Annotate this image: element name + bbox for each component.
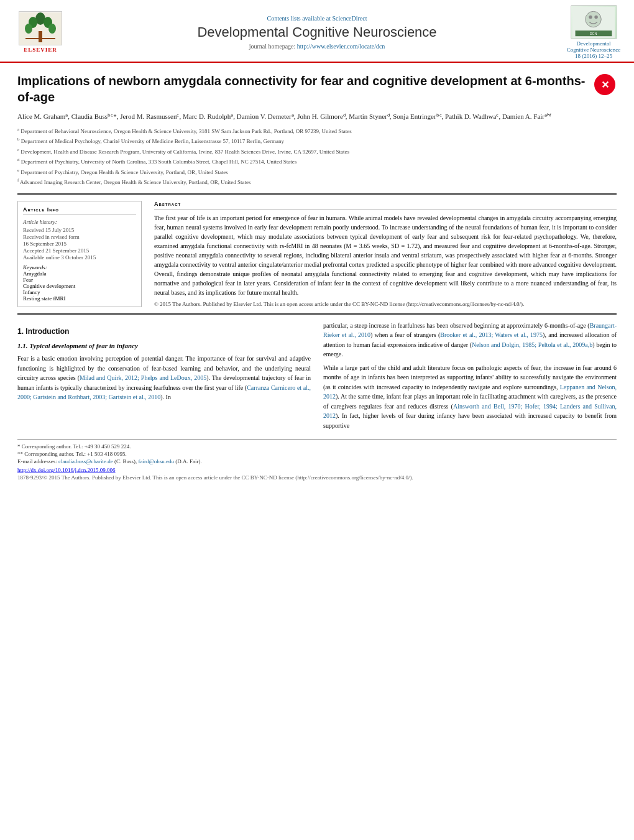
doi-link[interactable]: http://dx.doi.org/10.1016/j.dcn.2015.09.… bbox=[17, 467, 116, 473]
accepted-date: Accepted 21 September 2015 bbox=[23, 247, 136, 254]
keyword-amygdala: Amygdala bbox=[23, 270, 136, 277]
issn-footer: 1878-9293/© 2015 The Authors. Published … bbox=[17, 474, 617, 481]
svg-rect-6 bbox=[39, 31, 42, 42]
section-divider-body bbox=[17, 313, 617, 315]
homepage-link[interactable]: http://www.elsevier.com/locate/dcn bbox=[297, 43, 385, 50]
received-revised-date: Received in revised form bbox=[23, 234, 136, 240]
abstract-section: Abstract The first year of life is an im… bbox=[154, 201, 617, 307]
svg-text:DCN: DCN bbox=[590, 32, 597, 35]
article-dates: Received 15 July 2015 Received in revise… bbox=[23, 227, 136, 261]
body-col-right: particular, a steep increase in fearfuln… bbox=[323, 321, 617, 435]
body-para-1-cont: particular, a steep increase in fearfuln… bbox=[323, 321, 617, 359]
svg-point-9 bbox=[586, 11, 601, 27]
journal-center-header: Contents lists available at ScienceDirec… bbox=[68, 15, 566, 50]
doi-footer: http://dx.doi.org/10.1016/j.dcn.2015.09.… bbox=[17, 467, 617, 473]
abstract-copyright: © 2015 The Authors. Published by Elsevie… bbox=[154, 301, 617, 307]
svg-point-4 bbox=[25, 24, 32, 34]
body-para-2: While a large part of the child and adul… bbox=[323, 363, 617, 431]
footnote-email: E-mail addresses: claudia.buss@charite.d… bbox=[17, 458, 617, 464]
keyword-infancy: Infancy bbox=[23, 289, 136, 295]
keyword-rsfmri: Resting state fMRI bbox=[23, 295, 136, 302]
authors: Alice M. Grahamᵃ, Claudia Bussᵇᶜ*, Jerod… bbox=[17, 111, 617, 122]
svg-point-11 bbox=[594, 15, 597, 18]
footnotes: * Corresponding author. Tel.: +49 30 450… bbox=[17, 439, 617, 464]
abstract-heading: Abstract bbox=[154, 201, 617, 210]
affiliation-c: c Development, Health and Disease Resear… bbox=[17, 147, 617, 157]
keyword-cognitive: Cognitive development bbox=[23, 283, 136, 289]
affiliation-e: e Department of Psychiatry, Oregon Healt… bbox=[17, 167, 617, 177]
received-date: Received 15 July 2015 bbox=[23, 227, 136, 233]
article-info-column: Article Info Article history: Received 1… bbox=[17, 201, 142, 307]
keywords-label: Keywords: bbox=[23, 264, 136, 270]
email-buss[interactable]: claudia.buss@charite.de bbox=[58, 458, 113, 464]
footnote-star: * Corresponding author. Tel.: +49 30 450… bbox=[17, 443, 617, 450]
page: ELSEVIER Contents lists available at Sci… bbox=[0, 0, 634, 840]
ref-ainsworth[interactable]: Ainsworth and Bell, 1970; Hofer, 1994; L… bbox=[323, 403, 617, 420]
email-fair[interactable]: faird@ohsu.edu bbox=[139, 458, 175, 464]
journal-homepage: journal homepage: http://www.elsevier.co… bbox=[68, 43, 566, 50]
affiliation-b: b Department of Medical Psychology, Char… bbox=[17, 136, 617, 146]
article-content: Implications of newborn amygdala connect… bbox=[0, 63, 634, 487]
svg-point-5 bbox=[48, 24, 56, 34]
affiliation-d: d Department of Psychiatry, University o… bbox=[17, 157, 617, 167]
ref-nelson[interactable]: Nelson and Dolgin, 1985; Peltola et al.,… bbox=[472, 341, 592, 348]
article-info-heading: Article Info bbox=[23, 206, 136, 215]
dcn-reference: Developmental Cognitive Neuroscience 18 … bbox=[566, 40, 622, 59]
svg-text:✕: ✕ bbox=[601, 80, 609, 90]
sciencedirect-text: Contents lists available at ScienceDirec… bbox=[68, 15, 566, 22]
abstract-text: The first year of life is an important p… bbox=[154, 213, 617, 297]
ref-milad[interactable]: Milad and Quirk, 2012; Phelps and LeDoux… bbox=[80, 374, 206, 381]
section-divider-top bbox=[17, 193, 617, 195]
journal-header: ELSEVIER Contents lists available at Sci… bbox=[0, 0, 634, 63]
keywords-section: Keywords: Amygdala Fear Cognitive develo… bbox=[23, 264, 136, 302]
section1-heading: 1. Introduction bbox=[17, 326, 311, 338]
affiliations: a Department of Behavioral Neuroscience,… bbox=[17, 126, 617, 187]
keyword-fear: Fear bbox=[23, 277, 136, 283]
ref-leppanen[interactable]: Leppanen and Nelson, 2012 bbox=[323, 384, 617, 400]
crossmark: ✕ bbox=[593, 73, 617, 96]
article-title-section: Implications of newborn amygdala connect… bbox=[17, 73, 617, 105]
body-para-1: Fear is a basic emotion involving percep… bbox=[17, 354, 311, 402]
available-date: Available online 3 October 2015 bbox=[23, 254, 136, 261]
body-text-section: 1. Introduction 1.1. Typical development… bbox=[17, 321, 617, 435]
dcn-logo-image: DCN bbox=[571, 5, 617, 39]
affiliation-f: f Advanced Imaging Research Center, Oreg… bbox=[17, 177, 617, 187]
abstract-column: Abstract The first year of life is an im… bbox=[154, 201, 617, 307]
history-label: Article history: bbox=[23, 219, 136, 225]
article-title: Implications of newborn amygdala connect… bbox=[17, 73, 587, 105]
elsevier-label: ELSEVIER bbox=[24, 47, 57, 53]
body-col-left: 1. Introduction 1.1. Typical development… bbox=[17, 321, 311, 435]
journal-logo-right: DCN Developmental Cognitive Neuroscience… bbox=[566, 5, 622, 59]
received-revised-date2: 16 September 2015 bbox=[23, 241, 136, 247]
elsevier-logo-image bbox=[19, 11, 62, 45]
affiliation-a: a Department of Behavioral Neuroscience,… bbox=[17, 126, 617, 136]
ref-brooker[interactable]: Brooker et al., 2013; Waters et al., 197… bbox=[440, 331, 543, 338]
elsevier-logo: ELSEVIER bbox=[12, 11, 68, 53]
journal-title: Developmental Cognitive Neuroscience bbox=[68, 24, 566, 40]
article-info-abstract-section: Article Info Article history: Received 1… bbox=[17, 201, 617, 307]
svg-point-10 bbox=[589, 15, 592, 18]
footnote-double-star: ** Corresponding author. Tel.: +1 503 41… bbox=[17, 451, 617, 457]
section1-1-heading: 1.1. Typical development of fear in infa… bbox=[17, 341, 311, 351]
ref-carranza[interactable]: Carranza Carnicero et al., 2000; Gartste… bbox=[17, 384, 311, 401]
article-info-box: Article Info Article history: Received 1… bbox=[17, 201, 142, 307]
